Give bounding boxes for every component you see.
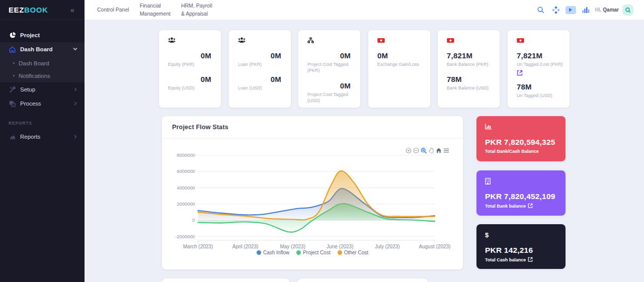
sidebar-item-label: Reports <box>20 134 73 140</box>
summary-card-bank-cash-balance[interactable]: PKR 7,820,594,325 Total Bank/Cash Balanc… <box>476 116 566 161</box>
dollar-icon: $ <box>485 231 557 238</box>
stat-card-project-cost[interactable]: 0M Project Cost Tagged (PKR) 0M Project … <box>298 30 360 108</box>
stat-label: Bank Balance (USD) <box>447 85 490 91</box>
dashboard-submenu: Dash Board Notifications <box>0 56 85 82</box>
bullet-icon <box>13 62 15 64</box>
stat-row-secondary: 0M Equity (USD) <box>168 75 211 91</box>
stat-row-secondary: 0M Project Cost Tagged (USD) <box>307 81 351 104</box>
stat-label: Un Tagged Cost (PKR) <box>517 61 560 67</box>
selection-zoom-icon[interactable] <box>421 147 427 154</box>
play-icon[interactable] <box>566 6 576 14</box>
summary-label: Total Cash balance <box>485 257 557 263</box>
tab-financial-management[interactable]: Financial Management <box>140 2 171 17</box>
zoom-out-icon[interactable] <box>413 147 419 154</box>
sidebar-item-setup[interactable]: Setup <box>0 82 85 97</box>
tab-label-line2: Management <box>140 10 171 18</box>
search-icon[interactable] <box>537 6 545 14</box>
tab-hrm-payroll[interactable]: HRM, Payroll & Appraisal <box>181 2 212 17</box>
chevron-right-icon <box>73 101 77 107</box>
svg-text:8000000: 8000000 <box>177 153 195 158</box>
topbar: Control Panel Financial Management HRM, … <box>85 0 644 20</box>
chart-title: Project Flow Stats <box>172 124 228 131</box>
tab-label-line1: Financial <box>140 2 171 10</box>
money-bill-icon <box>447 37 490 44</box>
chart-toolbar <box>406 147 449 154</box>
zoom-in-icon[interactable] <box>406 147 412 154</box>
external-link-icon[interactable] <box>528 257 533 263</box>
home-icon <box>9 46 16 53</box>
stat-value: 0M <box>168 51 211 60</box>
sidebar-item-process[interactable]: Process <box>0 97 85 111</box>
stat-card-loan[interactable]: 0M Loan (PKR) 0M Loan (USD) <box>229 30 291 108</box>
column-chart-icon <box>485 123 557 130</box>
project-flow-stats-card: Project Flow Stats <box>162 116 463 269</box>
stat-label: Exchange Gain/Loss <box>377 61 421 67</box>
svg-text:June (2023): June (2023) <box>327 244 353 249</box>
stat-card-exchange[interactable]: 0M Exchange Gain/Loss <box>368 30 430 108</box>
legend-item-project-cost[interactable]: Project Cost <box>296 250 330 255</box>
summary-card-bank-balance[interactable]: PKR 7,820,452,109 Total Bank balance <box>476 170 566 216</box>
sidebar-section-reports: REPORTS <box>9 121 85 126</box>
sidebar-item-label: Project <box>20 32 77 38</box>
legend-item-cash-inflow[interactable]: Cash Inflow <box>257 250 289 255</box>
summary-value: PKR 142,216 <box>485 246 557 255</box>
legend-dot-icon <box>296 250 301 255</box>
legend-dot-icon <box>338 250 342 255</box>
users-icon <box>168 37 211 44</box>
summary-card-cash-balance[interactable]: $ PKR 142,216 Total Cash balance <box>476 224 566 269</box>
user-greeting: HI, <box>595 7 602 13</box>
sidebar-item-dashboard[interactable]: Dash Board <box>0 42 85 56</box>
legend-item-other-cost[interactable]: Other Cost <box>338 250 368 255</box>
sidebar-subitem-dashboard[interactable]: Dash Board <box>0 57 85 69</box>
stat-value: 7,821M <box>447 51 490 60</box>
stat-value: 78M <box>517 82 560 91</box>
bullet-icon <box>13 75 15 76</box>
stat-card-bank-balance[interactable]: 7,821M Bank Balance (PKR) 78M Bank Balan… <box>438 30 500 108</box>
svg-text:4000000: 4000000 <box>177 185 195 191</box>
sidebar-subitem-notifications[interactable]: Notifications <box>0 69 85 82</box>
external-link-icon[interactable] <box>528 203 533 209</box>
topbar-tabs: Control Panel Financial Management HRM, … <box>97 2 212 17</box>
stat-label: Equity (PKR) <box>168 61 211 67</box>
logo-bar: EEZBOOK « <box>0 0 85 20</box>
logo-part-1: EEZ <box>9 6 24 14</box>
tab-control-panel[interactable]: Control Panel <box>97 6 129 14</box>
user-chip[interactable]: HI, Qamar <box>595 7 619 13</box>
apps-icon[interactable] <box>552 6 560 14</box>
bar-chart-icon[interactable] <box>582 6 590 14</box>
area-chart-icon <box>9 133 16 141</box>
reset-home-icon[interactable] <box>436 147 442 154</box>
stat-card-untagged[interactable]: 7,821M Un Tagged Cost (PKR) 78M Un Tagge… <box>508 30 570 108</box>
sidebar-item-reports[interactable]: Reports <box>0 130 85 144</box>
chart-series <box>198 171 435 232</box>
bank-icon <box>485 177 557 184</box>
stat-value: 7,821M <box>517 51 560 60</box>
stat-row-secondary: 78M Bank Balance (USD) <box>447 75 490 91</box>
tab-label-line1: HRM, Payroll <box>181 2 212 10</box>
sidebar-subitem-label: Notifications <box>19 73 50 79</box>
stat-label: Project Cost Tagged (PKR) <box>307 61 351 74</box>
project-flow-chart[interactable]: 80000006000000400000020000000-2000000 Ma… <box>162 146 463 250</box>
stat-row-secondary: 78M Un Tagged (USD) <box>517 82 560 99</box>
tab-label-line2: & Appraisal <box>181 10 212 18</box>
money-bill-icon <box>377 37 421 44</box>
menu-icon[interactable] <box>443 147 449 154</box>
svg-text:May (2023): May (2023) <box>280 244 305 249</box>
stat-label: Equity (USD) <box>168 85 211 91</box>
sidebar-item-project[interactable]: Project <box>0 28 85 42</box>
money-bill-icon <box>517 37 560 44</box>
avatar-search-button[interactable] <box>622 5 633 16</box>
sidebar-collapse-icon[interactable]: « <box>70 6 74 14</box>
sidebar-item-label: Setup <box>20 86 73 92</box>
pan-icon[interactable] <box>428 147 434 154</box>
external-link-icon[interactable] <box>517 69 560 75</box>
stat-card-equity[interactable]: 0M Equity (PKR) 0M Equity (USD) <box>159 30 221 108</box>
users-icon <box>238 37 281 44</box>
chart-legend: Cash Inflow Project Cost Other Cost <box>162 250 463 255</box>
stat-row-secondary: 0M Loan (USD) <box>238 75 281 91</box>
summary-label-text: Total Cash balance <box>485 257 526 262</box>
svg-text:0: 0 <box>192 218 195 223</box>
legend-label: Project Cost <box>303 250 330 255</box>
bottom-card-left <box>162 278 289 282</box>
chevron-down-icon <box>73 46 77 52</box>
